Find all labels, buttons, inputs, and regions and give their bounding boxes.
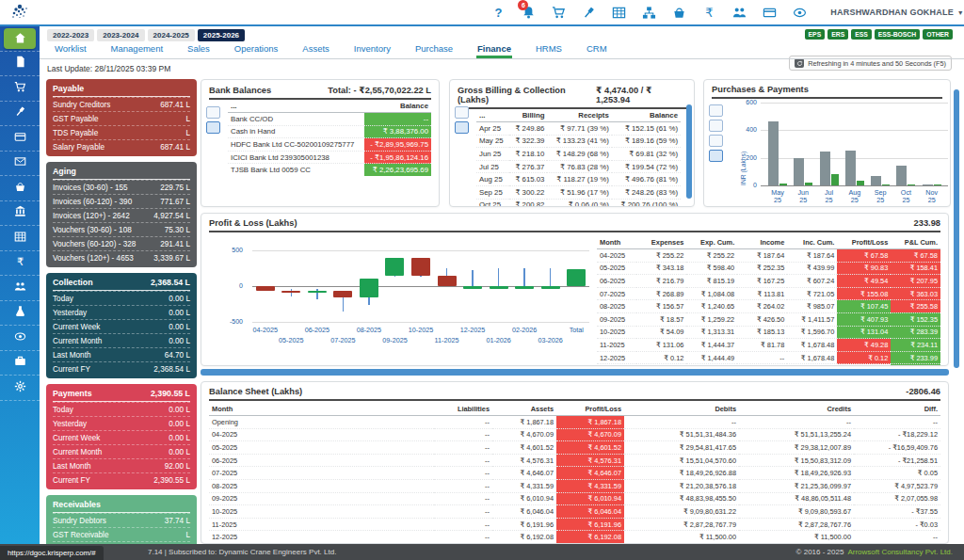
year-tab-2023-2024[interactable]: 2023-2024	[97, 29, 144, 41]
table-view-icon[interactable]	[455, 121, 469, 134]
cell: ₹ 4,576.31	[492, 454, 556, 467]
bank-name: ICICI Bank Ltd 239305001238	[228, 151, 364, 164]
sidebar-item-users[interactable]	[0, 276, 40, 301]
panel-row: TDS PayableL	[53, 125, 190, 139]
sidebar-item-bank[interactable]	[0, 201, 40, 227]
cell: ₹ 4,646.07	[492, 467, 556, 480]
tab-finance[interactable]: Finance	[476, 41, 512, 58]
y-tick-label: 0	[222, 282, 243, 289]
cell: ₹ 4,331.59	[492, 479, 556, 492]
sidebar-item-basket[interactable]	[0, 176, 40, 201]
gross-billing-scrollbar[interactable]	[686, 104, 692, 199]
candle-body	[567, 269, 586, 286]
sitemap-icon[interactable]	[635, 2, 663, 23]
cell: ₹ 6,192.08	[556, 531, 624, 544]
sidebar-item-table[interactable]	[0, 226, 40, 251]
tab-management[interactable]: Management	[110, 41, 164, 58]
balance-sheet-table: MonthLiabilitiesAssetsProfit/LossDebitsC…	[209, 403, 940, 544]
sidebar-item-mail[interactable]	[0, 152, 40, 177]
panel-row-value: 229.75 L	[160, 184, 190, 192]
cell: ₹ 343.18	[636, 262, 686, 275]
horizontal-scrollbar[interactable]	[201, 369, 949, 376]
gross-billing-view-toggles	[455, 106, 469, 134]
rupee-icon[interactable]: ₹	[695, 2, 723, 23]
panel-row: Today0.00 L	[53, 402, 190, 416]
sidebar-item-flask[interactable]	[0, 301, 40, 327]
panel-row-value: 0.00 L	[169, 295, 190, 303]
footer-company-link[interactable]: Arrowsoft Consultancy Pvt. Ltd.	[847, 548, 953, 556]
sidebar-item-handshake[interactable]	[0, 326, 40, 351]
table-row[interactable]: Bank CC/OD--	[228, 113, 431, 126]
role-badge-other[interactable]: OTHER	[923, 29, 953, 40]
cell: 12-2025	[597, 351, 636, 364]
cell: 09-2025	[597, 312, 636, 326]
bell-icon[interactable]: 6	[514, 2, 542, 23]
role-badge-ess[interactable]: ESS	[851, 29, 872, 40]
panel-row: Invoices (60-120) - 390771.67 L	[53, 194, 190, 208]
candle-wick	[550, 268, 552, 287]
table-row: May 25₹ 322.39₹ 133.23 (41 %)₹ 189.16 (5…	[476, 135, 681, 148]
profit-loss-chart: 5000-50004-202505-202506-202507-202508-2…	[209, 232, 597, 358]
users-icon[interactable]	[725, 2, 753, 23]
help-icon[interactable]: ?	[484, 2, 512, 23]
tab-purchase[interactable]: Purchase	[414, 41, 454, 58]
sidebar-item-gear[interactable]	[0, 376, 40, 401]
cell: ₹ 264.02	[737, 300, 787, 313]
year-tab-2024-2025[interactable]: 2024-2025	[148, 29, 195, 41]
role-badge-ers[interactable]: ERS	[827, 29, 848, 40]
x-tick-label: 04-2025	[248, 327, 283, 334]
year-tab-2025-2026[interactable]: 2025-2026	[198, 29, 245, 41]
cell: ₹ 1,444.49	[686, 351, 737, 364]
col-4: Debits	[624, 403, 739, 416]
cell: ₹ 276.37	[509, 160, 548, 173]
table-row[interactable]: ICICI Bank Ltd 239305001238- ₹1,95,86,12…	[228, 151, 431, 164]
tab-crm[interactable]: CRM	[586, 41, 608, 58]
role-badge-ess-bosch[interactable]: ESS-BOSCH	[875, 29, 920, 40]
table-row[interactable]: Cash in Hand₹ 3,88,376.00	[228, 125, 431, 138]
tab-worklist[interactable]: Worklist	[54, 41, 88, 58]
table-row[interactable]: TJSB Bank Ltd 0059 CC₹ 2,26,23,695.69	[228, 164, 431, 176]
tab-assets[interactable]: Assets	[301, 41, 330, 58]
basket-icon[interactable]	[665, 2, 693, 23]
user-menu[interactable]: HARSHWARDHAN GOKHALE ▼	[830, 8, 964, 17]
sidebar-item-document[interactable]	[0, 52, 40, 77]
sidebar-item-rupee[interactable]: ₹	[0, 251, 40, 277]
sidebar-item-card[interactable]	[0, 126, 40, 152]
table-row[interactable]: HDFC Bank Ltd CC-50200109275777- ₹2,89,9…	[228, 138, 431, 152]
year-tab-2022-2023[interactable]: 2022-2023	[47, 29, 94, 41]
table-icon[interactable]	[604, 2, 633, 23]
tab-sales[interactable]: Sales	[186, 41, 211, 58]
cell: ₹ 721.05	[787, 287, 837, 300]
tab-operations[interactable]: Operations	[233, 41, 279, 58]
candle-body	[411, 258, 430, 276]
panel-row-label: Vouchers (30-60) - 108	[53, 226, 132, 234]
sidebar-item-home[interactable]	[0, 26, 40, 52]
cell: ₹ 255.22	[686, 249, 737, 263]
y-tick-label: 600	[736, 99, 757, 105]
bar-purchases	[768, 121, 779, 185]
chart-view-icon[interactable]	[206, 106, 220, 119]
handshake-icon[interactable]	[785, 2, 813, 23]
cell: ₹ 51,51,13,255.24	[739, 428, 854, 441]
sidebar-item-cart[interactable]	[0, 76, 40, 102]
calendar-view-icon[interactable]	[455, 106, 469, 119]
x-tick-label: 08-2025	[351, 327, 387, 334]
tab-hrms[interactable]: HRMS	[535, 41, 563, 58]
candle-body	[281, 291, 300, 294]
col-6: P&L Cum.	[891, 236, 940, 249]
card-icon[interactable]	[755, 2, 783, 23]
cart-icon[interactable]	[544, 2, 572, 23]
table-view-icon[interactable]	[206, 121, 220, 134]
sidebar-item-briefcase[interactable]	[0, 351, 40, 376]
gridline	[252, 250, 589, 251]
col-2: Exp. Cum.	[686, 236, 737, 249]
tab-inventory[interactable]: Inventory	[353, 41, 392, 58]
vertical-scrollbar[interactable]	[954, 89, 959, 368]
sidebar-item-gavel[interactable]	[0, 102, 40, 127]
panel-row-label: Current Month	[53, 448, 102, 456]
candle-body	[360, 279, 378, 297]
col-1: Liabilities	[434, 403, 492, 416]
role-badge-eps[interactable]: EPS	[805, 29, 826, 40]
gavel-icon[interactable]	[574, 2, 602, 23]
table-row: Sep 25₹ 300.22₹ 51.96 (17 %)₹ 248.26 (83…	[476, 185, 681, 199]
